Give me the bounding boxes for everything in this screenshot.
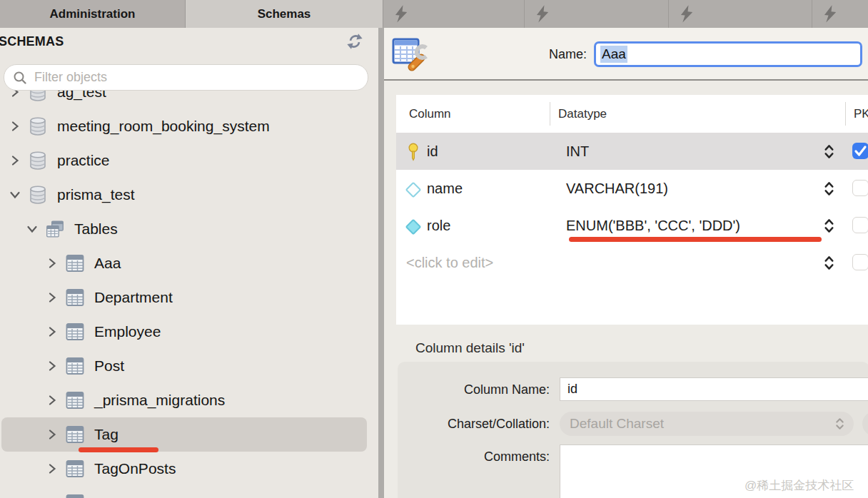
table-icon <box>66 390 84 410</box>
charset-collation-label: Charset/Collation: <box>398 416 550 432</box>
tree-item-table[interactable]: TagOnPosts <box>0 452 378 486</box>
datatype-stepper-icon[interactable] <box>823 143 835 163</box>
tree-item-table[interactable]: Employee <box>0 315 378 349</box>
diamond-filled-icon <box>405 221 421 233</box>
tree-item-label: Post <box>94 357 124 375</box>
table-icon <box>66 356 84 376</box>
datatype-header[interactable]: Datatype <box>558 106 607 122</box>
table-editor-icon <box>391 36 428 74</box>
chevron-down-icon[interactable] <box>9 188 21 201</box>
columns-grid-header: Column Datatype PK <box>396 95 868 133</box>
enum-annotation-underline <box>569 237 822 242</box>
filter-objects-input[interactable]: Filter objects <box>4 64 368 91</box>
tree-item-table[interactable]: Aaa <box>0 246 378 280</box>
tree-item-table[interactable]: Department <box>0 280 378 315</box>
pk-checkbox[interactable] <box>852 217 868 233</box>
lightning-icon <box>394 4 408 24</box>
tree-item-label: Employee <box>94 323 161 340</box>
tab-administration[interactable]: Administration <box>0 0 186 28</box>
pk-checkbox[interactable] <box>852 180 868 196</box>
tab-schemas[interactable]: Schemas <box>186 0 383 28</box>
chevron-right-icon[interactable] <box>46 428 59 441</box>
query-tab-3[interactable] <box>669 0 812 28</box>
tab-schemas-label: Schemas <box>258 7 311 21</box>
pk-checkbox[interactable] <box>852 254 868 270</box>
datatype-stepper-icon[interactable] <box>823 255 835 274</box>
chevron-right-icon[interactable] <box>46 291 59 304</box>
tree-item-schema[interactable]: meeting_room_booking_system <box>0 109 378 143</box>
column-datatype-cell[interactable]: ENUM('BBB', 'CCC', 'DDD') <box>566 218 740 234</box>
column-header[interactable]: Column <box>409 106 451 122</box>
chevron-right-icon[interactable] <box>46 394 59 407</box>
column-datatype-cell[interactable]: VARCHAR(191) <box>566 181 668 197</box>
column-row-new[interactable]: <click to edit> <box>396 244 868 281</box>
query-tab-2[interactable] <box>525 0 669 28</box>
click-to-edit-placeholder[interactable]: <click to edit> <box>406 255 493 271</box>
tree-item-table[interactable]: test_test <box>0 486 378 498</box>
table-name-input[interactable]: Aaa <box>594 41 862 67</box>
column-name-label: Column Name: <box>398 382 550 397</box>
name-label: Name: <box>491 41 587 67</box>
column-name-input[interactable]: id <box>560 377 868 401</box>
tree-item-tables-folder[interactable]: Tables <box>0 212 378 246</box>
column-name-cell[interactable]: id <box>427 143 438 160</box>
tree-item-table-selected[interactable]: Tag <box>0 417 378 452</box>
watermark-text: @稀土掘金技术社区 <box>745 477 854 494</box>
tables-folder-icon <box>46 219 64 239</box>
table-icon <box>66 493 84 498</box>
panel-divider[interactable] <box>378 28 384 498</box>
lightning-icon <box>680 4 694 24</box>
lightning-icon <box>823 4 837 24</box>
tree-item-table[interactable]: _prisma_migrations <box>0 383 378 417</box>
query-tab-4[interactable] <box>812 0 868 28</box>
key-icon <box>405 142 421 161</box>
tree-item-schema[interactable]: practice <box>0 143 378 178</box>
tree-item-label: _prisma_migrations <box>94 392 225 409</box>
mysql-workbench-window: Administration Schemas SCHEMAS <box>0 0 868 498</box>
comments-label: Comments: <box>398 449 550 464</box>
pk-header[interactable]: PK <box>854 106 868 122</box>
tree-item-label: Tag <box>94 426 118 443</box>
tree-item-label: TagOnPosts <box>94 460 176 477</box>
top-tab-strip: Administration Schemas <box>0 0 868 28</box>
chevron-down-icon[interactable] <box>26 223 39 235</box>
refresh-icon[interactable] <box>345 33 364 50</box>
diamond-outline-icon <box>405 184 421 195</box>
tree-item-schema[interactable]: prisma_test <box>0 178 378 212</box>
datatype-stepper-icon[interactable] <box>823 218 835 237</box>
column-name-cell[interactable]: name <box>427 181 463 197</box>
chevron-right-icon[interactable] <box>46 462 59 475</box>
table-editor-panel: Name: Aaa Column Datatype PK id INT <box>384 28 868 498</box>
column-name-cell[interactable]: role <box>427 218 450 234</box>
chevron-right-icon[interactable] <box>46 325 59 338</box>
datatype-stepper-icon[interactable] <box>823 181 835 200</box>
columns-grid: Column Datatype PK id INT name <box>396 95 868 325</box>
tree-item-label: Tables <box>74 220 118 238</box>
charset-select-value: Default Charset <box>570 416 664 432</box>
column-row-id[interactable]: id INT <box>396 133 868 170</box>
column-datatype-cell[interactable]: INT <box>566 143 589 160</box>
table-icon <box>66 322 84 342</box>
tree-item-table[interactable]: Post <box>0 349 378 383</box>
database-icon <box>29 185 47 205</box>
chevron-right-icon[interactable] <box>46 257 59 270</box>
search-icon <box>13 71 27 85</box>
query-tab-1[interactable] <box>383 0 525 28</box>
column-details-title: Column details 'id' <box>415 340 525 356</box>
table-icon <box>66 425 84 444</box>
select-stepper-icon <box>834 417 845 435</box>
chevron-right-icon[interactable] <box>9 154 21 167</box>
database-icon <box>29 151 47 171</box>
collation-select[interactable] <box>862 412 868 436</box>
tree-item-label: prisma_test <box>57 186 135 203</box>
tree-item-label: Aaa <box>94 255 121 272</box>
charset-select[interactable]: Default Charset <box>560 412 854 436</box>
editor-toolbar: Name: Aaa <box>384 28 868 81</box>
column-row-name[interactable]: name VARCHAR(191) <box>396 170 868 207</box>
filter-placeholder: Filter objects <box>34 70 107 85</box>
pk-checkbox-checked[interactable] <box>852 143 868 159</box>
header-divider <box>845 102 846 126</box>
chevron-right-icon[interactable] <box>46 360 59 372</box>
table-icon <box>66 253 84 273</box>
chevron-right-icon[interactable] <box>9 120 21 133</box>
